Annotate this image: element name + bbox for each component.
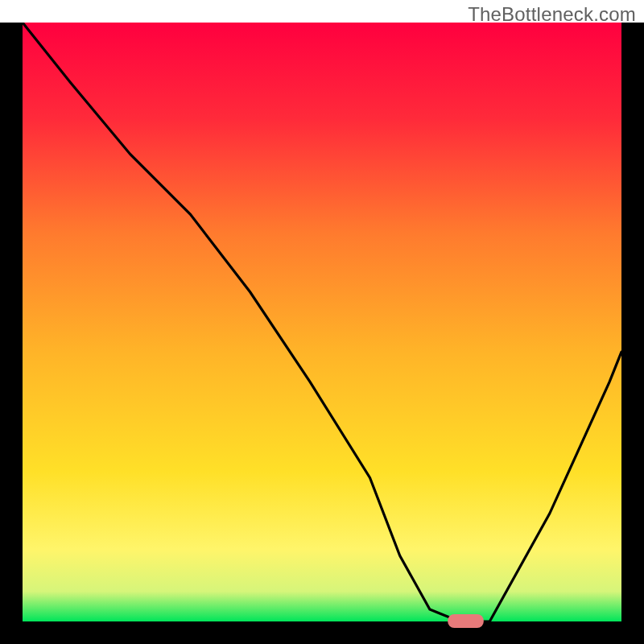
- bottleneck-chart: [0, 23, 644, 644]
- chart-container: TheBottleneck.com: [0, 0, 644, 644]
- plot-area: [23, 23, 621, 621]
- optimum-marker: [448, 614, 484, 628]
